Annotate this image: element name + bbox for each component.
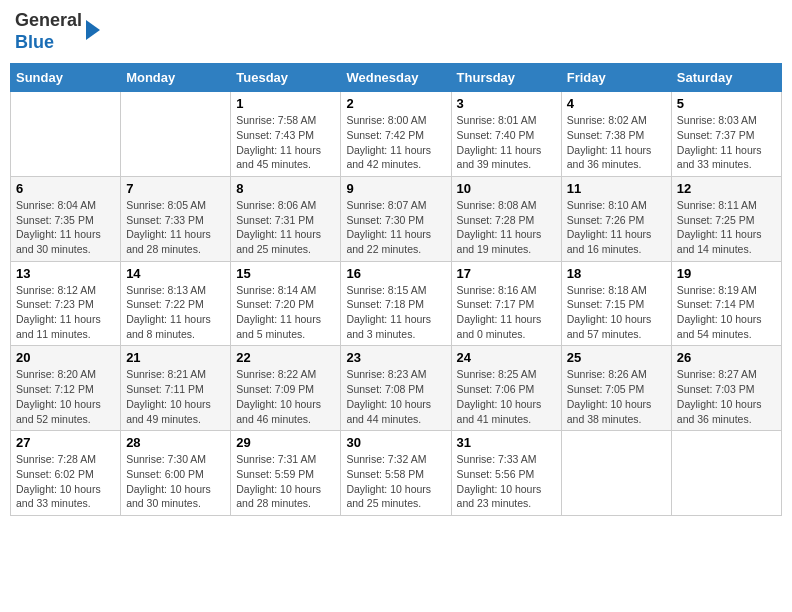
day-info: Sunrise: 7:31 AM Sunset: 5:59 PM Dayligh… [236, 452, 335, 511]
day-info: Sunrise: 8:16 AM Sunset: 7:17 PM Dayligh… [457, 283, 556, 342]
day-number: 28 [126, 435, 225, 450]
calendar-week-row: 1Sunrise: 7:58 AM Sunset: 7:43 PM Daylig… [11, 92, 782, 177]
logo-blue: Blue [15, 32, 54, 52]
day-info: Sunrise: 8:15 AM Sunset: 7:18 PM Dayligh… [346, 283, 445, 342]
page-header: General Blue [10, 10, 782, 53]
day-number: 27 [16, 435, 115, 450]
day-info: Sunrise: 8:14 AM Sunset: 7:20 PM Dayligh… [236, 283, 335, 342]
day-info: Sunrise: 8:27 AM Sunset: 7:03 PM Dayligh… [677, 367, 776, 426]
calendar-header: SundayMondayTuesdayWednesdayThursdayFrid… [11, 64, 782, 92]
weekday-header-saturday: Saturday [671, 64, 781, 92]
weekday-header-wednesday: Wednesday [341, 64, 451, 92]
calendar-cell: 25Sunrise: 8:26 AM Sunset: 7:05 PM Dayli… [561, 346, 671, 431]
day-number: 30 [346, 435, 445, 450]
day-number: 10 [457, 181, 556, 196]
day-number: 12 [677, 181, 776, 196]
calendar-cell [11, 92, 121, 177]
logo-general: General [15, 10, 82, 30]
day-number: 24 [457, 350, 556, 365]
calendar-cell: 19Sunrise: 8:19 AM Sunset: 7:14 PM Dayli… [671, 261, 781, 346]
day-info: Sunrise: 8:02 AM Sunset: 7:38 PM Dayligh… [567, 113, 666, 172]
calendar-cell: 24Sunrise: 8:25 AM Sunset: 7:06 PM Dayli… [451, 346, 561, 431]
weekday-header-row: SundayMondayTuesdayWednesdayThursdayFrid… [11, 64, 782, 92]
day-number: 21 [126, 350, 225, 365]
day-number: 11 [567, 181, 666, 196]
day-info: Sunrise: 7:58 AM Sunset: 7:43 PM Dayligh… [236, 113, 335, 172]
day-info: Sunrise: 7:33 AM Sunset: 5:56 PM Dayligh… [457, 452, 556, 511]
day-number: 5 [677, 96, 776, 111]
day-info: Sunrise: 8:04 AM Sunset: 7:35 PM Dayligh… [16, 198, 115, 257]
calendar-cell: 10Sunrise: 8:08 AM Sunset: 7:28 PM Dayli… [451, 176, 561, 261]
day-number: 16 [346, 266, 445, 281]
day-number: 29 [236, 435, 335, 450]
calendar-cell: 20Sunrise: 8:20 AM Sunset: 7:12 PM Dayli… [11, 346, 121, 431]
day-number: 23 [346, 350, 445, 365]
calendar-cell [121, 92, 231, 177]
day-info: Sunrise: 8:25 AM Sunset: 7:06 PM Dayligh… [457, 367, 556, 426]
calendar-cell: 30Sunrise: 7:32 AM Sunset: 5:58 PM Dayli… [341, 431, 451, 516]
day-number: 26 [677, 350, 776, 365]
day-info: Sunrise: 7:32 AM Sunset: 5:58 PM Dayligh… [346, 452, 445, 511]
calendar-cell: 29Sunrise: 7:31 AM Sunset: 5:59 PM Dayli… [231, 431, 341, 516]
day-number: 7 [126, 181, 225, 196]
weekday-header-thursday: Thursday [451, 64, 561, 92]
day-info: Sunrise: 8:11 AM Sunset: 7:25 PM Dayligh… [677, 198, 776, 257]
day-number: 2 [346, 96, 445, 111]
calendar-table: SundayMondayTuesdayWednesdayThursdayFrid… [10, 63, 782, 516]
day-number: 31 [457, 435, 556, 450]
calendar-week-row: 6Sunrise: 8:04 AM Sunset: 7:35 PM Daylig… [11, 176, 782, 261]
calendar-cell: 1Sunrise: 7:58 AM Sunset: 7:43 PM Daylig… [231, 92, 341, 177]
day-number: 20 [16, 350, 115, 365]
day-info: Sunrise: 8:20 AM Sunset: 7:12 PM Dayligh… [16, 367, 115, 426]
day-info: Sunrise: 8:10 AM Sunset: 7:26 PM Dayligh… [567, 198, 666, 257]
day-info: Sunrise: 8:08 AM Sunset: 7:28 PM Dayligh… [457, 198, 556, 257]
day-number: 18 [567, 266, 666, 281]
calendar-cell: 9Sunrise: 8:07 AM Sunset: 7:30 PM Daylig… [341, 176, 451, 261]
calendar-week-row: 13Sunrise: 8:12 AM Sunset: 7:23 PM Dayli… [11, 261, 782, 346]
calendar-cell: 26Sunrise: 8:27 AM Sunset: 7:03 PM Dayli… [671, 346, 781, 431]
calendar-cell: 7Sunrise: 8:05 AM Sunset: 7:33 PM Daylig… [121, 176, 231, 261]
calendar-cell: 3Sunrise: 8:01 AM Sunset: 7:40 PM Daylig… [451, 92, 561, 177]
calendar-cell: 23Sunrise: 8:23 AM Sunset: 7:08 PM Dayli… [341, 346, 451, 431]
day-info: Sunrise: 8:19 AM Sunset: 7:14 PM Dayligh… [677, 283, 776, 342]
calendar-cell: 31Sunrise: 7:33 AM Sunset: 5:56 PM Dayli… [451, 431, 561, 516]
calendar-cell: 21Sunrise: 8:21 AM Sunset: 7:11 PM Dayli… [121, 346, 231, 431]
day-info: Sunrise: 8:21 AM Sunset: 7:11 PM Dayligh… [126, 367, 225, 426]
weekday-header-friday: Friday [561, 64, 671, 92]
calendar-cell: 14Sunrise: 8:13 AM Sunset: 7:22 PM Dayli… [121, 261, 231, 346]
day-info: Sunrise: 8:01 AM Sunset: 7:40 PM Dayligh… [457, 113, 556, 172]
day-number: 25 [567, 350, 666, 365]
calendar-cell: 12Sunrise: 8:11 AM Sunset: 7:25 PM Dayli… [671, 176, 781, 261]
calendar-cell: 15Sunrise: 8:14 AM Sunset: 7:20 PM Dayli… [231, 261, 341, 346]
calendar-cell: 27Sunrise: 7:28 AM Sunset: 6:02 PM Dayli… [11, 431, 121, 516]
day-info: Sunrise: 8:06 AM Sunset: 7:31 PM Dayligh… [236, 198, 335, 257]
day-number: 17 [457, 266, 556, 281]
day-info: Sunrise: 8:23 AM Sunset: 7:08 PM Dayligh… [346, 367, 445, 426]
calendar-week-row: 20Sunrise: 8:20 AM Sunset: 7:12 PM Dayli… [11, 346, 782, 431]
day-number: 3 [457, 96, 556, 111]
day-info: Sunrise: 8:05 AM Sunset: 7:33 PM Dayligh… [126, 198, 225, 257]
calendar-cell: 28Sunrise: 7:30 AM Sunset: 6:00 PM Dayli… [121, 431, 231, 516]
calendar-cell: 5Sunrise: 8:03 AM Sunset: 7:37 PM Daylig… [671, 92, 781, 177]
day-number: 19 [677, 266, 776, 281]
calendar-cell: 2Sunrise: 8:00 AM Sunset: 7:42 PM Daylig… [341, 92, 451, 177]
day-info: Sunrise: 8:22 AM Sunset: 7:09 PM Dayligh… [236, 367, 335, 426]
calendar-cell [561, 431, 671, 516]
day-number: 9 [346, 181, 445, 196]
day-info: Sunrise: 8:13 AM Sunset: 7:22 PM Dayligh… [126, 283, 225, 342]
day-info: Sunrise: 8:18 AM Sunset: 7:15 PM Dayligh… [567, 283, 666, 342]
calendar-cell: 22Sunrise: 8:22 AM Sunset: 7:09 PM Dayli… [231, 346, 341, 431]
calendar-cell: 16Sunrise: 8:15 AM Sunset: 7:18 PM Dayli… [341, 261, 451, 346]
day-number: 1 [236, 96, 335, 111]
calendar-body: 1Sunrise: 7:58 AM Sunset: 7:43 PM Daylig… [11, 92, 782, 516]
day-info: Sunrise: 8:03 AM Sunset: 7:37 PM Dayligh… [677, 113, 776, 172]
day-info: Sunrise: 7:30 AM Sunset: 6:00 PM Dayligh… [126, 452, 225, 511]
day-info: Sunrise: 7:28 AM Sunset: 6:02 PM Dayligh… [16, 452, 115, 511]
calendar-cell: 18Sunrise: 8:18 AM Sunset: 7:15 PM Dayli… [561, 261, 671, 346]
calendar-cell: 8Sunrise: 8:06 AM Sunset: 7:31 PM Daylig… [231, 176, 341, 261]
calendar-cell: 17Sunrise: 8:16 AM Sunset: 7:17 PM Dayli… [451, 261, 561, 346]
logo: General Blue [15, 10, 100, 53]
weekday-header-sunday: Sunday [11, 64, 121, 92]
day-info: Sunrise: 8:26 AM Sunset: 7:05 PM Dayligh… [567, 367, 666, 426]
calendar-cell: 13Sunrise: 8:12 AM Sunset: 7:23 PM Dayli… [11, 261, 121, 346]
